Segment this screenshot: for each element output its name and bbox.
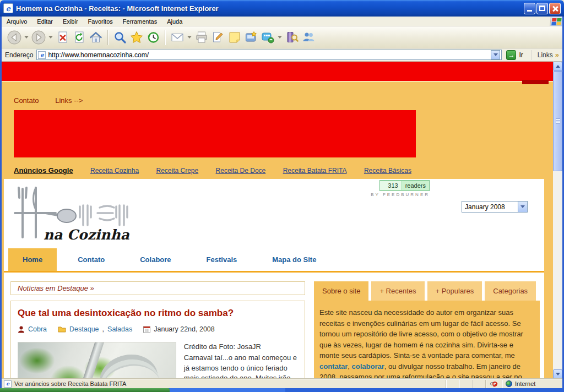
- chevron-down-icon: [494, 53, 498, 56]
- history-icon: [146, 30, 160, 45]
- notes-button[interactable]: [226, 29, 243, 46]
- close-button[interactable]: [549, 3, 561, 14]
- colaborar-link[interactable]: colaborar: [352, 362, 384, 371]
- sidebar: Sobre o site + Recentes + Populares Cate…: [314, 281, 540, 379]
- article-meta: Cobra Destaque, Saladas January 22nd, 20…: [18, 325, 298, 333]
- windows-logo-icon: [550, 17, 563, 26]
- home-button[interactable]: [88, 29, 104, 46]
- sidebar-tabs: Sobre o site + Recentes + Populares Cate…: [314, 281, 540, 301]
- menu-ajuda[interactable]: Ajuda: [162, 17, 187, 26]
- start-button-edge[interactable]: [0, 388, 170, 392]
- category-link-saladas[interactable]: Saladas: [107, 325, 132, 333]
- article-photo[interactable]: [18, 342, 176, 379]
- ad-link-4[interactable]: Receita Batata FRITA: [283, 167, 347, 175]
- internet-globe-icon: [506, 380, 512, 387]
- nav-tab-festivais[interactable]: Festivais: [192, 248, 252, 271]
- menu-arquivo[interactable]: Arquivo: [2, 17, 32, 26]
- title-bar: e Homem na Cozinha - Receitas: - Microso…: [0, 0, 564, 17]
- standard-toolbar: [2, 26, 562, 48]
- menu-ferramentas[interactable]: Ferramentas: [118, 17, 162, 26]
- vertical-scrollbar[interactable]: [553, 62, 562, 379]
- contatar-link[interactable]: contatar: [319, 362, 348, 371]
- messenger-button[interactable]: [243, 29, 259, 46]
- chevron-up-icon: [556, 65, 560, 68]
- sidebar-tab-populares[interactable]: + Populares: [427, 281, 482, 301]
- favorites-button[interactable]: [128, 29, 145, 46]
- research-icon: [285, 30, 299, 45]
- ad-link-2[interactable]: Receita Crepe: [156, 167, 198, 175]
- category-link-destaque[interactable]: Destaque: [69, 325, 99, 333]
- search-button[interactable]: [112, 29, 128, 46]
- privacy-report-pane[interactable]: [485, 380, 502, 388]
- top-ad-banner[interactable]: [2, 62, 553, 81]
- forward-dropdown-icon[interactable]: [48, 36, 53, 39]
- search-icon: [113, 30, 127, 45]
- article-body-text: Carnaval taí...o ano mal começou e já es…: [184, 353, 298, 379]
- nav-tab-colabore[interactable]: Colabore: [126, 248, 185, 271]
- menu-bar: Arquivo Editar Exibir Favoritos Ferramen…: [2, 17, 562, 26]
- mail-button[interactable]: [169, 29, 186, 46]
- links-arrow-link[interactable]: Links -->: [55, 96, 83, 105]
- research-button[interactable]: [284, 29, 300, 46]
- anuncios-google-link[interactable]: Anúncios Google: [14, 166, 73, 175]
- msn-messenger-button[interactable]: [300, 29, 317, 46]
- print-button[interactable]: [193, 29, 210, 46]
- folder-icon: [58, 326, 66, 333]
- maximize-icon: [539, 6, 545, 11]
- security-zone-label: Internet: [515, 380, 535, 387]
- archive-select[interactable]: January 2008: [462, 201, 528, 213]
- edit-button[interactable]: [210, 29, 226, 46]
- status-bar: e Ver anúncios sobre Receita Batata FRIT…: [2, 379, 562, 388]
- ad-link-3[interactable]: Receita De Doce: [216, 167, 266, 175]
- refresh-button[interactable]: [71, 29, 88, 46]
- go-button[interactable]: → Ir: [506, 50, 523, 60]
- taskbar-edge: [0, 388, 564, 392]
- skype-dropdown-icon[interactable]: [278, 36, 282, 39]
- nav-tab-mapa-do-site[interactable]: Mapa do Site: [258, 248, 330, 271]
- back-dropdown-icon[interactable]: [24, 36, 29, 39]
- article-date: January 22nd, 2008: [154, 325, 215, 333]
- links-chevron-icon[interactable]: »: [555, 51, 559, 59]
- stop-button[interactable]: [55, 29, 71, 46]
- google-ads-links: Anúncios Google Receita Cozinha Receita …: [14, 166, 411, 175]
- address-input[interactable]: e http://www.homemnacozinha.com/: [36, 50, 502, 60]
- feedburner-byline: BY FEEDBURNER: [371, 192, 430, 197]
- history-button[interactable]: [145, 29, 161, 46]
- forward-button[interactable]: [30, 29, 47, 46]
- site-logo[interactable]: na Cozinha: [12, 181, 133, 245]
- feedburner-badge[interactable]: 313 readers: [379, 180, 430, 191]
- maximize-button[interactable]: [536, 3, 548, 14]
- site-content-card: na Cozinha 313 readers BY FEEDBURNER Jan…: [4, 179, 544, 379]
- skype-button[interactable]: [259, 29, 276, 46]
- menu-favoritos[interactable]: Favoritos: [83, 17, 118, 26]
- minimize-button[interactable]: [524, 3, 535, 14]
- back-button[interactable]: [6, 29, 23, 46]
- menu-exibir[interactable]: Exibir: [58, 17, 83, 26]
- ad-banner-box[interactable]: [14, 110, 416, 157]
- contato-link[interactable]: Contato: [14, 96, 39, 105]
- scrollbar-up-button[interactable]: [553, 62, 562, 71]
- sidebar-tab-sobre-o-site[interactable]: Sobre o site: [314, 281, 368, 301]
- refresh-icon: [72, 30, 86, 45]
- ad-link-1[interactable]: Receita Cozinha: [90, 167, 139, 175]
- sidebar-tab-recentes[interactable]: + Recentes: [371, 281, 424, 301]
- status-page-icon: e: [4, 380, 12, 388]
- article-box: Que tal uma desintoxicação no ritmo do s…: [10, 301, 305, 379]
- address-url[interactable]: http://www.homemnacozinha.com/: [48, 51, 491, 59]
- select-arrow-button[interactable]: [518, 202, 527, 212]
- menu-editar[interactable]: Editar: [32, 17, 58, 26]
- print-icon: [194, 30, 209, 45]
- featured-news-box[interactable]: Notícias em Destaque »: [10, 281, 305, 295]
- sidebar-tab-categorias[interactable]: Categorias: [485, 281, 536, 301]
- address-dropdown-button[interactable]: [491, 50, 500, 59]
- go-label: Ir: [519, 51, 523, 59]
- scrollbar-thumb[interactable]: [553, 71, 562, 171]
- nav-tab-contato[interactable]: Contato: [63, 248, 119, 271]
- scrollbar-down-button[interactable]: [553, 369, 562, 379]
- nav-tab-home[interactable]: Home: [8, 248, 57, 271]
- mail-dropdown-icon[interactable]: [187, 36, 192, 39]
- ad-link-5[interactable]: Receita Básicas: [364, 167, 411, 175]
- article-title[interactable]: Que tal uma desintoxicação no ritmo do s…: [18, 308, 298, 319]
- author-link[interactable]: Cobra: [28, 325, 47, 333]
- links-toolbar-label[interactable]: Links: [538, 51, 553, 59]
